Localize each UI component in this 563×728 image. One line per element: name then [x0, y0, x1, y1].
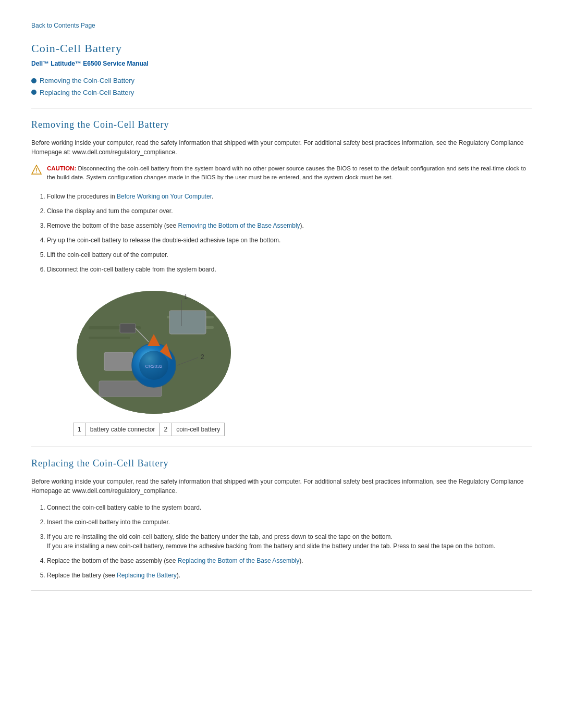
removing-intro: Before working inside your computer, rea… — [31, 138, 532, 157]
replacing-battery-link[interactable]: Replacing the Battery — [117, 572, 177, 579]
toc-bullet — [31, 78, 36, 83]
removing-step-4: Pry up the coin-cell battery to release … — [47, 236, 532, 245]
diagram-container: CR2032 1 2 — [73, 285, 245, 418]
replacing-step-4: Replace the bottom of the base assembly … — [47, 556, 532, 565]
replacing-step-2: Insert the coin-cell battery into the co… — [47, 517, 532, 527]
legend-label-2: coin-cell battery — [172, 423, 225, 436]
replacing-step-3: If you are re-installing the old coin-ce… — [47, 532, 532, 551]
legend-label-1: battery cable connector — [85, 423, 160, 436]
page-title: Coin-Cell Battery — [31, 40, 532, 57]
diagram-svg: CR2032 1 2 — [73, 285, 235, 415]
removing-bottom-link[interactable]: Removing the Bottom of the Base Assembly — [178, 222, 300, 229]
replacing-section-title: Replacing the Coin-Cell Battery — [31, 456, 532, 471]
svg-text:2: 2 — [201, 353, 204, 361]
replacing-bottom-link[interactable]: Replacing the Bottom of the Base Assembl… — [178, 557, 299, 564]
legend-num-2: 2 — [160, 423, 172, 436]
caution-body: Disconnecting the coin-cell battery from… — [47, 165, 526, 180]
caution-icon: ! — [31, 165, 42, 175]
before-working-link[interactable]: Before Working on Your Computer — [117, 193, 212, 200]
back-to-contents-link[interactable]: Back to Contents Page — [31, 21, 532, 30]
caution-label: CAUTION: — [47, 165, 76, 171]
caution-text: CAUTION: Disconnecting the coin-cell bat… — [47, 164, 532, 182]
legend-table: 1 battery cable connector 2 coin-cell ba… — [73, 423, 225, 436]
caution-box: ! CAUTION: Disconnecting the coin-cell b… — [31, 164, 532, 182]
subtitle: Dell™ Latitude™ E6500 Service Manual — [31, 59, 532, 68]
toc-item-removing: Removing the Coin-Cell Battery — [31, 76, 532, 86]
divider-middle — [31, 447, 532, 447]
toc-list: Removing the Coin-Cell Battery Replacing… — [31, 76, 532, 97]
removing-section-title: Removing the Coin-Cell Battery — [31, 118, 532, 132]
toc-link-replacing[interactable]: Replacing the Coin-Cell Battery — [40, 88, 134, 98]
svg-text:CR2032: CR2032 — [145, 364, 162, 369]
svg-text:1: 1 — [184, 293, 188, 301]
removing-step-2: Close the display and turn the computer … — [47, 206, 532, 216]
removing-step-3: Remove the bottom of the base assembly (… — [47, 221, 532, 230]
removing-step-6: Disconnect the coin-cell battery cable f… — [47, 265, 532, 274]
replacing-intro: Before working inside your computer, rea… — [31, 477, 532, 496]
svg-rect-17 — [120, 324, 136, 333]
replacing-step-5: Replace the battery (see Replacing the B… — [47, 571, 532, 580]
removing-step-1: Follow the procedures in Before Working … — [47, 192, 532, 201]
removing-step-5: Lift the coin-cell battery out of the co… — [47, 250, 532, 260]
replacing-step-1: Connect the coin-cell battery cable to t… — [47, 503, 532, 512]
divider-bottom — [31, 590, 532, 591]
svg-rect-10 — [169, 311, 206, 334]
removing-steps-list: Follow the procedures in Before Working … — [47, 192, 532, 274]
legend-num-1: 1 — [74, 423, 86, 436]
svg-rect-9 — [104, 352, 133, 371]
toc-item-replacing: Replacing the Coin-Cell Battery — [31, 88, 532, 98]
toc-bullet — [31, 90, 36, 95]
svg-rect-6 — [89, 337, 130, 339]
svg-text:!: ! — [35, 167, 38, 174]
replacing-steps-list: Connect the coin-cell battery cable to t… — [47, 503, 532, 580]
toc-link-removing[interactable]: Removing the Coin-Cell Battery — [40, 76, 134, 86]
divider-top — [31, 108, 532, 108]
